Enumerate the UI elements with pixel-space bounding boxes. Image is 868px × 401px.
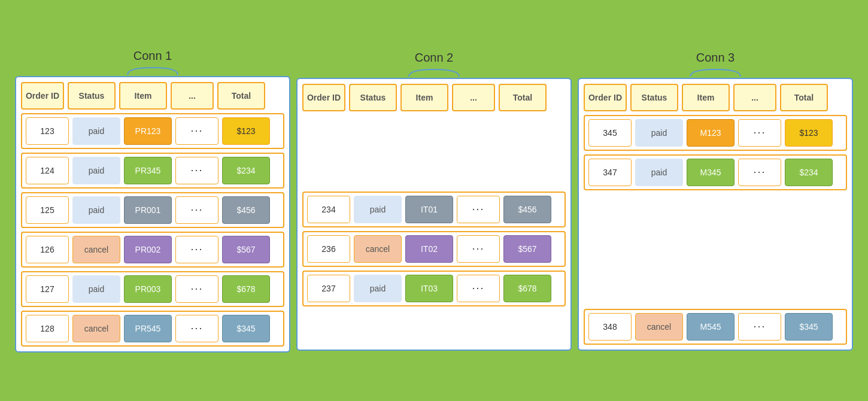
conn-table-2: Order IDStatusItem...Total234paidIT01···… bbox=[296, 78, 572, 351]
header-cell-total: Total bbox=[499, 84, 547, 111]
empty-row bbox=[584, 232, 847, 267]
table-row: 234paidIT01···$456 bbox=[302, 192, 566, 227]
cell-dots: ··· bbox=[738, 313, 781, 341]
table-row: 348cancelM545···$345 bbox=[584, 309, 847, 345]
header-cell-status: Status bbox=[630, 84, 678, 111]
header-row: Order IDStatusItem...Total bbox=[21, 82, 284, 110]
page-container: Conn 1Order IDStatusItem...Total123paidP… bbox=[0, 0, 868, 401]
cell-total: $456 bbox=[503, 196, 551, 223]
cell-item: PR345 bbox=[124, 157, 172, 184]
cell-orderid: 127 bbox=[26, 275, 69, 303]
cell-status: cancel bbox=[354, 235, 402, 263]
cell-status: paid bbox=[72, 157, 120, 184]
cell-total: $345 bbox=[785, 313, 833, 341]
brace-icon-3 bbox=[685, 67, 745, 78]
cell-status: paid bbox=[72, 117, 120, 145]
cell-total: $678 bbox=[503, 275, 551, 302]
table-row: 128cancelPR545···$345 bbox=[21, 311, 284, 347]
cell-item: PR002 bbox=[124, 236, 172, 263]
empty-row bbox=[584, 271, 847, 305]
cell-status: paid bbox=[635, 159, 683, 186]
header-cell-status: Status bbox=[349, 84, 397, 111]
table-row: 237paidIT03···$678 bbox=[302, 271, 566, 306]
cell-orderid: 348 bbox=[588, 313, 632, 341]
conn-title-3: Conn 3 bbox=[696, 51, 735, 65]
cell-status: paid bbox=[354, 275, 402, 302]
header-cell-...: ... bbox=[733, 84, 776, 111]
cell-orderid: 128 bbox=[26, 315, 69, 342]
cell-item: PR545 bbox=[124, 315, 172, 342]
cell-dots: ··· bbox=[175, 157, 218, 184]
table-row: 124paidPR345···$234 bbox=[21, 153, 284, 189]
header-cell-item: Item bbox=[682, 84, 730, 111]
cell-total: $567 bbox=[222, 236, 270, 263]
cell-orderid: 236 bbox=[307, 235, 350, 263]
header-cell-order-id: Order ID bbox=[584, 84, 627, 111]
cell-status: paid bbox=[72, 275, 120, 303]
cell-orderid: 125 bbox=[26, 196, 69, 224]
cell-dots: ··· bbox=[175, 196, 218, 224]
empty-row bbox=[584, 194, 847, 229]
cell-total: $678 bbox=[222, 275, 270, 303]
table-row: 345paidM123···$123 bbox=[584, 115, 847, 151]
cell-item: PR003 bbox=[124, 275, 172, 303]
cell-orderid: 123 bbox=[26, 117, 69, 145]
cell-status: cancel bbox=[72, 236, 120, 263]
brace-icon-2 bbox=[404, 67, 464, 78]
conn-title-1: Conn 1 bbox=[133, 49, 172, 63]
cell-orderid: 347 bbox=[588, 159, 632, 186]
table-row: 127paidPR003···$678 bbox=[21, 271, 284, 307]
conn-section-2: Conn 2Order IDStatusItem...Total234paidI… bbox=[296, 51, 572, 351]
conn-section-1: Conn 1Order IDStatusItem...Total123paidP… bbox=[15, 49, 290, 353]
cell-status: paid bbox=[72, 196, 120, 224]
cell-orderid: 126 bbox=[26, 236, 69, 263]
cell-dots: ··· bbox=[175, 236, 218, 263]
cell-total: $345 bbox=[222, 315, 270, 342]
cell-item: M545 bbox=[687, 313, 735, 341]
empty-row bbox=[302, 115, 566, 150]
cell-status: paid bbox=[354, 196, 402, 223]
table-row: 126cancelPR002···$567 bbox=[21, 232, 284, 268]
cell-dots: ··· bbox=[175, 275, 218, 303]
header-cell-status: Status bbox=[68, 82, 116, 110]
header-cell-item: Item bbox=[119, 82, 167, 110]
cell-dots: ··· bbox=[738, 159, 781, 186]
conn-section-3: Conn 3Order IDStatusItem...Total345paidM… bbox=[578, 51, 853, 351]
cell-orderid: 234 bbox=[307, 196, 350, 223]
cell-item: PR123 bbox=[124, 117, 172, 145]
header-cell-order-id: Order ID bbox=[302, 84, 345, 111]
cell-total: $456 bbox=[222, 196, 270, 224]
table-row: 347paidM345···$234 bbox=[584, 154, 847, 190]
cell-dots: ··· bbox=[457, 196, 500, 223]
cell-item: IT02 bbox=[405, 235, 453, 263]
header-cell-...: ... bbox=[171, 82, 214, 110]
cell-total: $234 bbox=[222, 157, 270, 184]
cell-orderid: 345 bbox=[588, 119, 632, 147]
cell-total: $123 bbox=[785, 119, 833, 147]
cell-item: PR001 bbox=[124, 196, 172, 224]
empty-row bbox=[302, 310, 566, 345]
header-cell-order-id: Order ID bbox=[21, 82, 64, 110]
conn-table-3: Order IDStatusItem...Total345paidM123···… bbox=[578, 78, 853, 351]
table-row: 123paidPR123···$123 bbox=[21, 113, 284, 149]
cell-dots: ··· bbox=[457, 275, 500, 302]
cell-total: $567 bbox=[503, 235, 551, 263]
conn-title-2: Conn 2 bbox=[415, 51, 454, 65]
cell-dots: ··· bbox=[175, 315, 218, 342]
cell-status: cancel bbox=[72, 315, 120, 342]
table-row: 125paidPR001···$456 bbox=[21, 192, 284, 228]
cell-orderid: 237 bbox=[307, 275, 350, 302]
header-cell-...: ... bbox=[452, 84, 495, 111]
header-row: Order IDStatusItem...Total bbox=[302, 84, 566, 111]
cell-total: $234 bbox=[785, 159, 833, 186]
header-row: Order IDStatusItem...Total bbox=[584, 84, 847, 111]
cell-item: IT01 bbox=[405, 196, 453, 223]
cell-total: $123 bbox=[222, 117, 270, 145]
cell-dots: ··· bbox=[457, 235, 500, 263]
cell-item: IT03 bbox=[405, 275, 453, 302]
header-cell-total: Total bbox=[780, 84, 828, 111]
cell-orderid: 124 bbox=[26, 157, 69, 184]
cell-dots: ··· bbox=[738, 119, 781, 147]
cell-item: M123 bbox=[687, 119, 735, 147]
empty-row bbox=[302, 153, 566, 188]
